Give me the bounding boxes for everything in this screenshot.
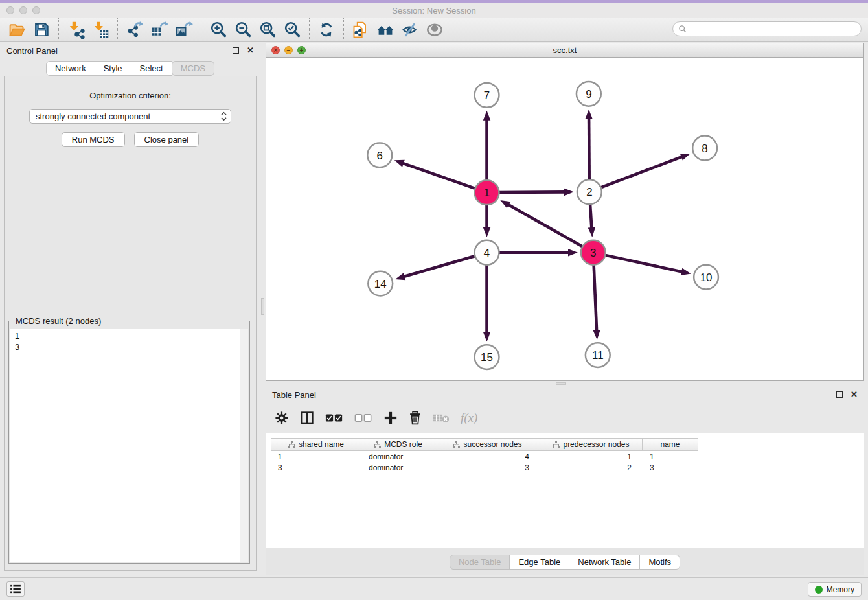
zoom-fit-icon[interactable]	[258, 20, 277, 40]
table-cell[interactable]: 4	[435, 451, 540, 462]
graph-node-8[interactable]: 8	[692, 136, 717, 161]
graph-node-6[interactable]: 6	[367, 143, 392, 168]
graph-node-4[interactable]: 4	[475, 240, 499, 265]
zoom-out-icon[interactable]	[233, 20, 253, 40]
control-panel-header: Control Panel ✕	[0, 42, 260, 59]
zoom-in-icon[interactable]	[209, 20, 228, 40]
graph-node-1[interactable]: 1	[475, 180, 499, 205]
open-session-icon[interactable]	[7, 20, 27, 40]
search-field[interactable]	[672, 21, 862, 36]
refresh-layout-icon[interactable]	[317, 20, 336, 40]
graph-edge-1-4[interactable]	[483, 203, 490, 237]
graph-node-14[interactable]: 14	[368, 271, 393, 296]
tab-edge-table[interactable]: Edge Table	[509, 555, 569, 570]
vertical-splitter[interactable]	[260, 42, 266, 577]
column-header-successor-nodes[interactable]: successor nodes	[435, 438, 540, 451]
table-row[interactable]: 1dominator411	[271, 451, 864, 462]
column-header-shared-name[interactable]: shared name	[271, 438, 361, 451]
tab-network-table[interactable]: Network Table	[569, 555, 640, 570]
column-header-MCDS-role[interactable]: MCDS role	[361, 438, 435, 451]
graph-node-15[interactable]: 15	[475, 345, 499, 369]
split-panel-icon[interactable]	[300, 411, 314, 425]
export-network-icon[interactable]	[125, 20, 144, 40]
graph-edge-3-10[interactable]	[604, 255, 691, 275]
table-cell[interactable]: 3	[271, 462, 361, 473]
table-cell[interactable]: 3	[643, 462, 698, 473]
node-table: shared nameMCDS rolesuccessor nodesprede…	[266, 433, 864, 548]
horizontal-splitter[interactable]	[266, 382, 864, 386]
select-all-icon[interactable]	[325, 413, 343, 422]
gear-icon[interactable]	[275, 411, 289, 425]
table-cell[interactable]: 3	[435, 462, 540, 473]
network-canvas[interactable]: 7968124314101511	[266, 58, 863, 380]
close-panel-icon[interactable]: ✕	[247, 47, 254, 54]
add-column-icon[interactable]	[383, 411, 398, 425]
tab-motifs[interactable]: Motifs	[639, 555, 680, 570]
graph-node-9[interactable]: 9	[577, 82, 601, 106]
graph-node-2[interactable]: 2	[577, 179, 602, 204]
table-float-panel-icon[interactable]	[836, 391, 843, 398]
graph-edge-2-8[interactable]	[600, 154, 691, 188]
table-cell[interactable]: 1	[540, 451, 643, 462]
graph-edge-1-2[interactable]	[497, 189, 573, 196]
show-graphics-details-icon[interactable]	[425, 20, 444, 40]
zoom-selected-icon[interactable]	[282, 20, 302, 40]
graph-edge-4-14[interactable]	[395, 256, 476, 281]
graph-edge-4-15[interactable]	[483, 264, 490, 341]
splitter-grip[interactable]	[261, 298, 264, 315]
table-cell[interactable]: 1	[271, 451, 361, 462]
svg-text:2: 2	[586, 186, 592, 198]
graph-node-7[interactable]: 7	[475, 83, 499, 108]
save-session-icon[interactable]	[32, 20, 51, 40]
main-area: Control Panel ✕ Network Style Select MCD…	[0, 42, 868, 577]
graph-edge-2-9[interactable]	[585, 110, 592, 181]
h-splitter-grip[interactable]	[556, 382, 566, 385]
deselect-all-icon[interactable]	[354, 413, 372, 422]
task-history-button[interactable]	[6, 581, 25, 597]
run-mcds-button[interactable]: Run MCDS	[62, 132, 125, 147]
search-input[interactable]	[690, 25, 856, 34]
search-icon	[678, 25, 687, 33]
graph-edge-4-3[interactable]	[497, 249, 577, 256]
graph-node-3[interactable]: 3	[581, 240, 606, 265]
import-network-icon[interactable]	[66, 20, 86, 40]
tab-mcds[interactable]: MCDS	[172, 61, 214, 76]
tab-style[interactable]: Style	[95, 61, 131, 76]
table-cell[interactable]: 2	[540, 462, 643, 473]
optimization-select[interactable]: strongly connected component	[29, 109, 231, 124]
delete-column-icon[interactable]	[409, 411, 422, 425]
graph-edge-3-11[interactable]	[593, 264, 600, 340]
float-panel-icon[interactable]	[233, 47, 239, 54]
tab-node-table[interactable]: Node Table	[450, 555, 510, 570]
tab-network[interactable]: Network	[46, 61, 95, 76]
import-table-icon[interactable]	[91, 20, 110, 40]
table-cell[interactable]: dominator	[361, 451, 435, 462]
tab-select[interactable]: Select	[131, 61, 172, 76]
toolbar-group-session	[0, 18, 58, 41]
mcds-result-scrollbar[interactable]	[240, 329, 248, 562]
table-tabs: Node Table Edge Table Network Table Moti…	[266, 548, 864, 575]
table-cell[interactable]: dominator	[361, 462, 435, 473]
column-header-name[interactable]: name	[643, 438, 698, 451]
table-close-panel-icon[interactable]: ✕	[851, 391, 858, 398]
close-panel-button[interactable]: Close panel	[134, 132, 200, 147]
graph-edge-1-7[interactable]	[483, 111, 490, 182]
export-table-icon[interactable]	[150, 20, 169, 40]
table-cell[interactable]: 1	[643, 451, 698, 462]
toolbar-group-import	[58, 18, 117, 41]
graph-edge-2-3[interactable]	[588, 203, 595, 237]
network-from-selection-icon[interactable]	[351, 20, 371, 40]
first-neighbors-icon[interactable]	[376, 20, 395, 40]
column-header-predecessor-nodes[interactable]: predecessor nodes	[540, 438, 643, 451]
export-image-icon[interactable]	[174, 20, 194, 40]
graph-node-11[interactable]: 11	[586, 343, 610, 367]
graph-edge-1-6[interactable]	[394, 160, 477, 189]
memory-status-icon	[815, 586, 823, 594]
hide-selected-icon[interactable]	[400, 20, 420, 40]
graph-edge-3-1[interactable]	[500, 200, 584, 248]
graph-node-10[interactable]: 10	[694, 265, 718, 290]
column-type-icon	[453, 441, 460, 448]
column-type-icon	[374, 441, 381, 448]
table-row[interactable]: 3dominator323	[271, 462, 864, 473]
memory-button[interactable]: Memory	[808, 582, 862, 597]
